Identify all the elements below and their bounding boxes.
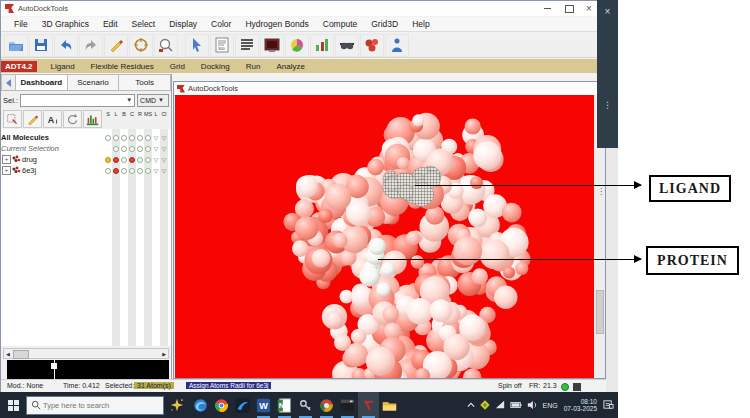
adt-menu-docking[interactable]: Docking xyxy=(193,62,238,71)
cortana-sparkle-icon[interactable] xyxy=(164,392,190,418)
maximize-button[interactable] xyxy=(560,1,578,16)
menu-item-grid3d[interactable]: Grid3D xyxy=(364,19,405,29)
dashboard-tool-histogram[interactable] xyxy=(83,110,102,128)
tree-row-drug[interactable]: +drug▽▽ xyxy=(1,154,171,165)
volume-icon[interactable] xyxy=(527,400,537,410)
vertical-scrollbar-thumb[interactable] xyxy=(596,290,604,334)
grid-cell[interactable] xyxy=(112,154,120,165)
grid-cell[interactable] xyxy=(128,132,136,143)
app-titlebar[interactable]: AutoDockTools × xyxy=(1,1,604,16)
menu-item-edit[interactable]: Edit xyxy=(96,19,125,29)
dashboard-tool-label[interactable]: A xyxy=(43,110,62,128)
adt-menu-analyze[interactable]: Analyze xyxy=(268,62,312,71)
collapse-panel-button[interactable] xyxy=(1,74,16,91)
viewer-titlebar[interactable]: AutoDockTools × xyxy=(174,82,605,96)
grid-cell[interactable] xyxy=(128,165,136,176)
grid-cell[interactable]: ▽ xyxy=(152,132,160,143)
toolbar-button-molecule[interactable] xyxy=(360,34,384,57)
spin-toggle[interactable]: Spin off xyxy=(498,382,522,389)
taskbar-app-onenote[interactable]: N xyxy=(274,392,295,418)
grid-cell[interactable] xyxy=(104,165,112,176)
start-button[interactable] xyxy=(0,392,26,418)
grid-cell[interactable] xyxy=(112,165,120,176)
tree-row-6e3j[interactable]: +6e3j▽▽ xyxy=(1,165,171,176)
menu-item-display[interactable]: Display xyxy=(162,19,204,29)
toolbar-button-graph[interactable] xyxy=(310,34,334,57)
grid-cell[interactable]: ▽ xyxy=(160,143,168,154)
toolbar-button-justify-text[interactable] xyxy=(235,34,259,57)
overlay-close-icon[interactable]: × xyxy=(597,6,618,17)
taskbar-app-autodock[interactable] xyxy=(358,392,379,418)
toolbar-button-target[interactable] xyxy=(129,34,153,57)
tree-row-all-molecules[interactable]: All Molecules▽▽ xyxy=(1,132,171,143)
grid-cell[interactable] xyxy=(136,132,144,143)
grid-cell[interactable] xyxy=(128,154,136,165)
menu-item-color[interactable]: Color xyxy=(204,19,238,29)
scrollbar-thumb[interactable] xyxy=(13,350,29,359)
toolbar-button-help-person[interactable] xyxy=(385,34,409,57)
3d-viewport[interactable] xyxy=(175,95,594,378)
tab-scenario[interactable]: Scenario xyxy=(68,74,120,91)
action-center-icon[interactable] xyxy=(603,396,614,414)
taskbar-app-word[interactable]: W xyxy=(253,392,274,418)
search-input[interactable] xyxy=(41,400,155,411)
dashboard-tool-pencil[interactable] xyxy=(23,110,42,128)
language-indicator[interactable]: ENG xyxy=(543,402,558,409)
toolbar-button-open[interactable] xyxy=(4,34,28,57)
menu-item-file[interactable]: File xyxy=(7,19,35,29)
selection-combobox[interactable]: ▼ xyxy=(20,94,135,107)
taskbar-app-explorer[interactable] xyxy=(379,392,400,418)
grid-cell[interactable] xyxy=(144,143,152,154)
grid-cell[interactable] xyxy=(112,143,120,154)
grid-cell[interactable] xyxy=(136,154,144,165)
menu-item-3d-graphics[interactable]: 3D Graphics xyxy=(35,19,96,29)
grid-cell[interactable] xyxy=(120,132,128,143)
overlay-more-icon[interactable]: ⋮ xyxy=(597,100,618,110)
grid-cell[interactable] xyxy=(120,154,128,165)
adt-menu-ligand[interactable]: Ligand xyxy=(43,62,83,71)
grid-cell[interactable] xyxy=(128,143,136,154)
grid-cell[interactable] xyxy=(120,143,128,154)
toolbar-button-save[interactable] xyxy=(29,34,53,57)
menu-item-help[interactable]: Help xyxy=(405,19,436,29)
taskbar-app-terminal[interactable] xyxy=(337,392,358,418)
network-icon[interactable] xyxy=(495,400,505,410)
grid-cell[interactable] xyxy=(120,165,128,176)
clock[interactable]: 08:10 07-03-2025 xyxy=(564,398,597,412)
cmd-combobox[interactable]: CMD▼ xyxy=(137,94,169,107)
expand-icon[interactable]: + xyxy=(2,166,11,175)
grid-cell[interactable] xyxy=(144,154,152,165)
tree-row-current-selection[interactable]: Current Selection▽▽ xyxy=(1,143,171,154)
taskbar-app-browser[interactable] xyxy=(316,392,337,418)
grid-cell[interactable] xyxy=(136,165,144,176)
scroll-right-icon[interactable]: ▶ xyxy=(160,351,168,357)
menu-item-compute[interactable]: Compute xyxy=(316,19,365,29)
grid-cell[interactable]: ▽ xyxy=(152,165,160,176)
dashboard-tool-select[interactable] xyxy=(3,110,22,128)
tray-expand-icon[interactable] xyxy=(467,401,475,409)
taskbar-app-edge[interactable] xyxy=(190,392,211,418)
grid-cell[interactable] xyxy=(136,143,144,154)
more-options-icon[interactable]: ⋮ xyxy=(597,190,605,193)
scroll-left-icon[interactable]: ◀ xyxy=(4,351,12,357)
grid-cell[interactable]: ▽ xyxy=(152,154,160,165)
tab-tools[interactable]: Tools xyxy=(119,74,171,91)
toolbar-button-redo[interactable] xyxy=(79,34,103,57)
adt-menu-grid[interactable]: Grid xyxy=(162,62,193,71)
menu-item-hydrogen-bonds[interactable]: Hydrogen Bonds xyxy=(238,19,315,29)
time-slider[interactable] xyxy=(7,360,169,379)
toolbar-button-report[interactable]: 300 xyxy=(210,34,234,57)
taskbar-app-chrome[interactable] xyxy=(211,392,232,418)
grid-cell[interactable] xyxy=(104,143,112,154)
expand-icon[interactable]: + xyxy=(2,155,11,164)
grid-cell[interactable] xyxy=(104,154,112,165)
menu-item-select[interactable]: Select xyxy=(125,19,163,29)
adt-menu-run[interactable]: Run xyxy=(238,62,269,71)
grid-cell[interactable] xyxy=(104,132,112,143)
slider-knob[interactable] xyxy=(51,363,57,369)
toolbar-button-screen[interactable] xyxy=(260,34,284,57)
grid-cell[interactable]: ▽ xyxy=(160,165,168,176)
taskbar-search[interactable] xyxy=(26,396,164,415)
battery-icon[interactable] xyxy=(510,400,522,410)
grid-cell[interactable] xyxy=(144,132,152,143)
